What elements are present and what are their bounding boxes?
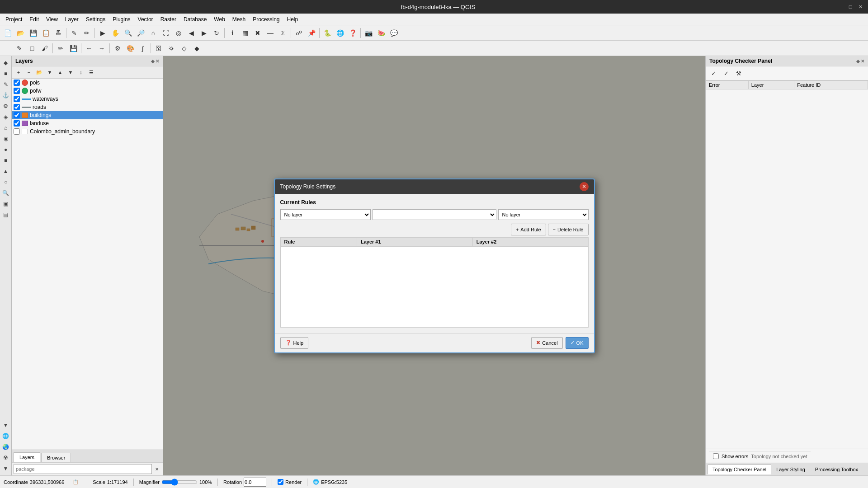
sidebar-icon-7[interactable]: ⌂	[1, 123, 11, 133]
refresh-button[interactable]: ↻	[211, 27, 222, 39]
identify-button[interactable]: ℹ	[226, 27, 238, 39]
menu-processing[interactable]: Processing	[249, 15, 283, 23]
layer-item-pofw[interactable]: pofw	[12, 87, 163, 95]
sidebar-icon-2[interactable]: ■	[1, 69, 11, 79]
print-button[interactable]: 🖶	[52, 27, 64, 39]
layer-check-roads[interactable]	[14, 104, 20, 110]
layers-expand-all[interactable]: ▲	[55, 67, 65, 77]
zoom-full-button[interactable]: ⌂	[147, 27, 159, 39]
cancel-button[interactable]: ✖ Cancel	[531, 337, 562, 349]
zoom-layer-button[interactable]: ⛶	[160, 27, 172, 39]
sidebar-icon-10[interactable]: ■	[1, 155, 11, 165]
menu-plugins[interactable]: Plugins	[109, 15, 134, 23]
sidebar-icon-17[interactable]: 🌐	[1, 431, 11, 441]
map-area[interactable]: Topology Rule Settings ✕ Current Rules N…	[163, 56, 705, 475]
zoom-in-button[interactable]: 🔍	[122, 27, 134, 39]
layers-filter-btn[interactable]: ▼	[45, 67, 55, 77]
sidebar-icon-4[interactable]: ⚓	[1, 90, 11, 100]
sidebar-icon-19[interactable]: ☢	[1, 453, 11, 463]
tab-topology-checker[interactable]: Topology Checker Panel	[708, 465, 771, 474]
rule-select[interactable]	[373, 209, 496, 220]
edit-mode[interactable]: 🖌	[39, 42, 51, 54]
layer-check-buildings[interactable]	[14, 112, 20, 118]
3d-button[interactable]: 🍉	[375, 27, 387, 39]
sidebar-icon-13[interactable]: 🔍	[1, 188, 11, 198]
sidebar-icon-1[interactable]: ◆	[1, 58, 11, 68]
annotation-button[interactable]: 📌	[306, 27, 317, 39]
sidebar-icon-6[interactable]: ◈	[1, 112, 11, 122]
redo-button[interactable]: →	[96, 42, 108, 54]
layer-item-landuse[interactable]: landuse	[12, 119, 163, 127]
save-as-button[interactable]: 📋	[40, 27, 52, 39]
sidebar-icon-14[interactable]: ▣	[1, 199, 11, 209]
menu-help[interactable]: Help	[283, 15, 302, 23]
layer-item-roads[interactable]: roads	[12, 103, 163, 111]
rotation-input[interactable]	[244, 478, 266, 487]
layer-item-waterways[interactable]: waterways	[12, 95, 163, 103]
sidebar-icon-11[interactable]: ▲	[1, 166, 11, 176]
layers-open-btn[interactable]: 📂	[34, 67, 44, 77]
crs-item[interactable]: 🌐 EPSG:5235	[313, 479, 347, 485]
field-calc[interactable]: ∫	[137, 42, 149, 54]
layer-item-buildings[interactable]: buildings	[12, 111, 163, 119]
sidebar-icon-5[interactable]: ⚙	[1, 101, 11, 111]
menu-project[interactable]: Project	[2, 15, 26, 23]
add-rule-button[interactable]: + Add Rule	[511, 224, 546, 235]
menu-vector[interactable]: Vector	[134, 15, 157, 23]
menu-view[interactable]: View	[42, 15, 61, 23]
layer2-select[interactable]: No layer	[498, 209, 589, 220]
sidebar-icon-20[interactable]: ▼	[1, 464, 11, 474]
edit-node[interactable]: □	[26, 42, 38, 54]
python-button[interactable]: 🐍	[321, 27, 333, 39]
render-checkbox[interactable]	[278, 479, 283, 485]
menu-mesh[interactable]: Mesh	[229, 15, 249, 23]
layers-add-btn[interactable]: +	[14, 67, 24, 77]
digitize-button[interactable]: ✎	[68, 27, 80, 39]
map-tips-button[interactable]: 📷	[363, 27, 374, 39]
validate-button[interactable]: ✓	[708, 67, 719, 79]
help-button[interactable]: ❓ Help	[280, 337, 309, 349]
measure-button[interactable]: ―	[264, 27, 276, 39]
tab-layers[interactable]: Layers	[14, 452, 40, 462]
layers-sort-btn[interactable]: ↕	[76, 67, 86, 77]
snap-seg[interactable]: ◆	[191, 42, 203, 54]
search-clear-btn[interactable]: ✕	[153, 465, 161, 473]
topology-panel-close[interactable]: ✕	[861, 59, 864, 64]
save-edits[interactable]: 💾	[67, 42, 79, 54]
undo-button[interactable]: ←	[83, 42, 95, 54]
browser-button[interactable]: 🌐	[334, 27, 346, 39]
copy-coord-button[interactable]: 📋	[70, 476, 81, 488]
sidebar-icon-3[interactable]: ✎	[1, 80, 11, 89]
topology-panel-float[interactable]: ◆	[856, 59, 860, 64]
modal-close-button[interactable]: ✕	[580, 182, 589, 191]
save-project-button[interactable]: 💾	[27, 27, 39, 39]
layer-check-colombo[interactable]	[14, 128, 20, 135]
validate-extent-button[interactable]: ✓	[720, 67, 732, 79]
menu-settings[interactable]: Settings	[82, 15, 109, 23]
sidebar-icon-18[interactable]: 🌏	[1, 442, 11, 452]
tab-layer-styling[interactable]: Layer Styling	[771, 465, 810, 474]
pan-map-button[interactable]: ✋	[109, 27, 121, 39]
stats-button[interactable]: Σ	[277, 27, 289, 39]
layer-check-pofw[interactable]	[14, 88, 20, 94]
tab-processing-toolbox[interactable]: Processing Toolbox	[810, 465, 863, 474]
layer-check-landuse[interactable]	[14, 120, 20, 127]
menu-web[interactable]: Web	[210, 15, 228, 23]
menu-raster[interactable]: Raster	[157, 15, 180, 23]
help-button[interactable]: ❓	[347, 27, 359, 39]
zoom-next-button[interactable]: ▶	[198, 27, 210, 39]
zoom-last-button[interactable]: ◀	[185, 27, 197, 39]
layers-collapse-all[interactable]: ▼	[66, 67, 75, 77]
window-controls[interactable]: − □ ✕	[836, 3, 864, 11]
menu-layer[interactable]: Layer	[61, 15, 82, 23]
layer-check-pois[interactable]	[14, 80, 20, 86]
package-search-input[interactable]	[14, 464, 152, 474]
sidebar-icon-8[interactable]: ◉	[1, 134, 11, 144]
sidebar-icon-12[interactable]: ○	[1, 177, 11, 187]
new-project-button[interactable]: 📄	[2, 27, 14, 39]
close-button[interactable]: ✕	[856, 3, 864, 11]
open-project-button[interactable]: 📂	[14, 27, 26, 39]
maximize-button[interactable]: □	[846, 3, 854, 11]
sidebar-icon-9[interactable]: ●	[1, 145, 11, 155]
snap-point[interactable]: ◇	[178, 42, 190, 54]
